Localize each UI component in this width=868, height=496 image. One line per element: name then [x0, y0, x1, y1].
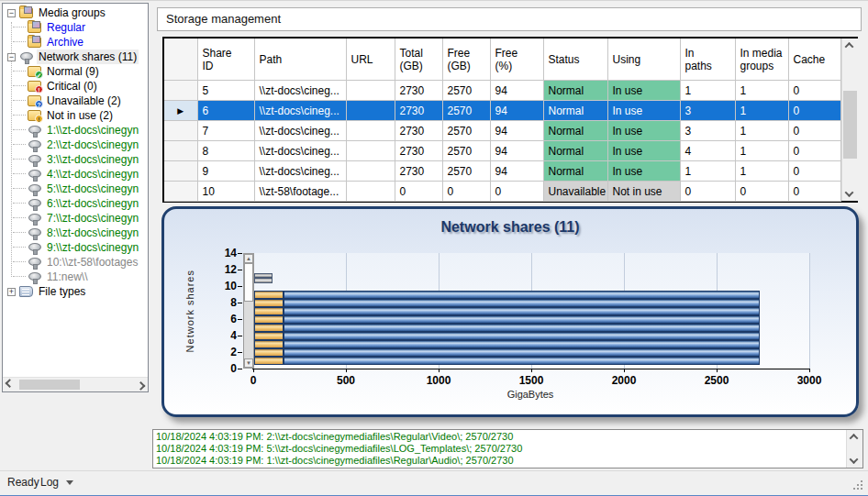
cell-cache[interactable]: 0 [788, 182, 840, 202]
cell-status[interactable]: Normal [543, 141, 607, 161]
cell-free_pct[interactable]: 0 [490, 182, 543, 202]
table-vertical-scrollbar[interactable] [841, 39, 858, 201]
cell-cache[interactable]: 0 [788, 121, 840, 141]
cell-url[interactable] [346, 121, 395, 141]
cell-using[interactable]: In use [607, 81, 680, 101]
cell-path[interactable]: \\zt-docs\cineg... [254, 81, 346, 101]
cell-path[interactable]: \\zt-docs\cineg... [254, 161, 346, 182]
column-header-in_paths[interactable]: In paths [680, 39, 735, 81]
cell-share_id[interactable]: 8 [197, 141, 254, 161]
cell-total_gb[interactable]: 2730 [395, 81, 442, 101]
tree-item-network-shares-11[interactable]: −Network shares (11) [3, 50, 148, 64]
cell-url[interactable] [346, 141, 395, 161]
column-header-status[interactable]: Status [543, 39, 607, 81]
cell-total_gb[interactable]: 2730 [395, 101, 442, 121]
column-header-row-selector[interactable] [164, 39, 197, 81]
tree-item-9-zt-docs-cinegyn[interactable]: 9:\\zt-docs\cinegyn [3, 240, 148, 255]
cell-path[interactable]: \\zt-docs\cineg... [254, 121, 346, 141]
cell-status[interactable]: Normal [543, 81, 607, 101]
column-header-in_media_groups[interactable]: In media groups [735, 39, 788, 81]
cell-path[interactable]: \\zt-docs\cineg... [254, 101, 346, 121]
cell-status[interactable]: Unavailable [543, 182, 607, 202]
tree-item-regular[interactable]: Regular [3, 20, 148, 35]
cell-in_media_groups[interactable]: 1 [735, 101, 788, 121]
scroll-up-button[interactable] [847, 430, 861, 444]
column-header-cache[interactable]: Cache [788, 39, 840, 81]
tree-item-10-zt-58-footages[interactable]: 10:\\zt-58\footages [3, 255, 148, 270]
tree-item-archive[interactable]: Archive [3, 35, 148, 50]
cell-total_gb[interactable]: 2730 [395, 161, 442, 182]
column-header-url[interactable]: URL [346, 39, 395, 81]
column-header-path[interactable]: Path [254, 39, 346, 81]
chart-vertical-scrollbar[interactable]: ▲ ▼ [243, 253, 254, 369]
cell-in_paths[interactable]: 0 [680, 182, 735, 202]
cell-in_media_groups[interactable]: 1 [735, 141, 788, 161]
table-row-share-6[interactable]: ▶6\\zt-docs\cineg...2730257094NormalIn u… [164, 101, 840, 121]
tree-hscroll-thumb[interactable] [19, 380, 80, 390]
cell-share_id[interactable]: 7 [197, 121, 254, 141]
cell-free_pct[interactable]: 94 [490, 141, 543, 161]
cell-in_media_groups[interactable]: 0 [735, 182, 788, 202]
table-row-share-9[interactable]: 9\\zt-docs\cineg...2730257094NormalIn us… [164, 161, 840, 182]
cell-status[interactable]: Normal [543, 121, 607, 141]
chart-scroll-down-button[interactable]: ▼ [244, 358, 253, 368]
cell-path[interactable]: \\zt-docs\cineg... [254, 141, 346, 161]
cell-cache[interactable]: 0 [788, 161, 840, 182]
scroll-right-button[interactable] [134, 378, 148, 391]
cell-share_id[interactable]: 10 [197, 182, 254, 202]
table-row-share-10[interactable]: 10\\zt-58\footage...000UnavailableNot in… [164, 182, 840, 202]
column-header-free_gb[interactable]: Free (GB) [442, 39, 490, 81]
log-menu-button[interactable]: Log [40, 476, 73, 489]
cell-free_pct[interactable]: 94 [490, 101, 543, 121]
row-selector-cell[interactable] [164, 141, 197, 161]
cell-total_gb[interactable]: 2730 [395, 121, 442, 141]
tree-item-unavailable-2[interactable]: ?Unavailable (2) [3, 94, 148, 108]
cell-url[interactable] [346, 161, 395, 182]
row-selector-cell[interactable] [164, 121, 197, 141]
collapse-icon[interactable]: − [7, 9, 16, 17]
table-vscroll-thumb[interactable] [843, 91, 857, 159]
tree-item-normal-9[interactable]: ✓Normal (9) [3, 64, 148, 79]
tree-item-1-zt-docs-cinegyn[interactable]: 1:\\zt-docs\cinegyn [3, 123, 148, 138]
tree-item-not-in-use-2[interactable]: !Not in use (2) [3, 108, 148, 123]
cell-status[interactable]: Normal [543, 101, 607, 121]
column-header-free_pct[interactable]: Free (%) [490, 39, 543, 81]
cell-free_gb[interactable]: 2570 [442, 81, 490, 101]
cell-in_media_groups[interactable]: 1 [735, 81, 788, 101]
cell-share_id[interactable]: 9 [197, 161, 254, 182]
cell-free_pct[interactable]: 94 [490, 121, 543, 141]
cell-using[interactable]: In use [607, 161, 680, 182]
chart-vscroll-thumb[interactable] [244, 263, 253, 302]
scroll-up-button[interactable] [842, 39, 856, 52]
cell-share_id[interactable]: 5 [197, 81, 254, 101]
tree-item-5-zt-docs-cinegyn[interactable]: 5:\\zt-docs\cinegyn [3, 182, 148, 196]
cell-share_id[interactable]: 6 [197, 101, 254, 121]
tree-item-critical-0[interactable]: !Critical (0) [3, 79, 148, 94]
tree-item-2-zt-docs-cinegyn[interactable]: 2:\\zt-docs\cinegyn [3, 138, 148, 152]
row-selector-cell[interactable] [164, 161, 197, 182]
cell-cache[interactable]: 0 [788, 81, 840, 101]
cell-in_paths[interactable]: 3 [680, 121, 735, 141]
cell-total_gb[interactable]: 0 [395, 182, 442, 202]
cell-url[interactable] [346, 182, 395, 202]
cell-using[interactable]: In use [607, 101, 680, 121]
collapse-icon[interactable]: − [7, 53, 16, 61]
resize-grip[interactable] [853, 480, 855, 482]
tree-item-7-zt-docs-cinegyn[interactable]: 7:\\zt-docs\cinegyn [3, 211, 148, 226]
row-selector-cell[interactable] [164, 81, 197, 101]
cell-using[interactable]: In use [607, 121, 680, 141]
cell-free_gb[interactable]: 2570 [442, 101, 490, 121]
column-header-total_gb[interactable]: Total (GB) [395, 39, 442, 81]
cell-status[interactable]: Normal [543, 161, 607, 182]
tree-item-file-types[interactable]: +File types [3, 284, 148, 299]
chart-scroll-up-button[interactable]: ▲ [244, 254, 253, 263]
expand-icon[interactable]: + [7, 288, 16, 296]
table-row-share-8[interactable]: 8\\zt-docs\cineg...2730257094NormalIn us… [164, 141, 840, 161]
cell-in_paths[interactable]: 1 [680, 161, 735, 182]
cell-cache[interactable]: 0 [788, 141, 840, 161]
tree-item-6-zt-docs-cinegyn[interactable]: 6:\\zt-docs\cinegyn [3, 196, 148, 211]
cell-free_pct[interactable]: 94 [490, 81, 543, 101]
tree-item-11-new[interactable]: 11:new\\ [3, 270, 148, 284]
row-selector-cell[interactable] [164, 182, 197, 202]
table-row-share-7[interactable]: 7\\zt-docs\cineg...2730257094NormalIn us… [164, 121, 840, 141]
